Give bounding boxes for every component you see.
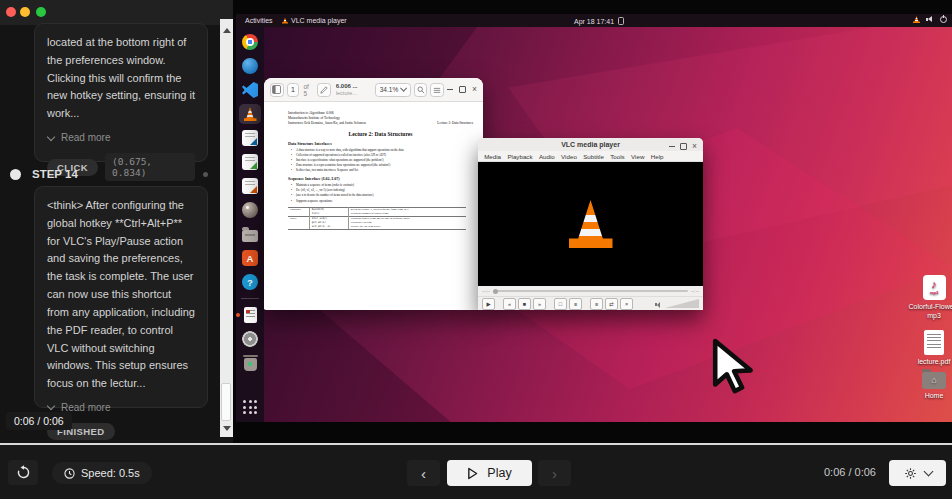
vlc-cone-icon [244, 107, 257, 121]
annotate-button[interactable] [317, 83, 331, 97]
close-icon[interactable]: × [472, 85, 477, 94]
document-viewer-icon [244, 307, 257, 323]
sidebar-icon [272, 85, 281, 94]
menu-playback[interactable]: Playback [504, 153, 535, 160]
dock-icon-gimp[interactable] [239, 200, 261, 220]
replay-app: located at the bottom right of the prefe… [0, 0, 952, 499]
dock-icon-thunderbird[interactable] [239, 56, 261, 76]
scrollbar-thumb[interactable] [221, 383, 231, 421]
play-button[interactable]: ▶ [482, 298, 495, 310]
thunderbird-icon [242, 58, 258, 74]
stop-button[interactable]: ■ [518, 298, 531, 310]
read-more-toggle[interactable]: Read more [47, 132, 195, 143]
dock-icon-trash[interactable] [239, 353, 261, 373]
loop-button[interactable]: ⇄ [605, 298, 618, 310]
pdf-viewer-window[interactable]: 1 of 5 6.006 ... lecture... 34.1% [264, 78, 483, 310]
vlc-controls: ▶ « ■ » □ ≡ ≡ ⇄ × [478, 296, 703, 310]
dock-icon-document-viewer[interactable] [239, 305, 261, 325]
menu-media[interactable]: Media [481, 153, 504, 160]
step-label: STEP 14 [32, 168, 78, 180]
settings-button[interactable] [889, 460, 946, 486]
fullscreen-button[interactable]: □ [554, 298, 567, 310]
vscode-icon [242, 82, 258, 98]
minimize-icon[interactable] [669, 146, 675, 147]
random-button[interactable]: × [620, 298, 633, 310]
step-card-text: <think> After configuring the global hot… [47, 197, 195, 393]
scroll-down-arrow-icon[interactable] [223, 426, 231, 431]
gnome-topbar: Activities VLC media player Apr 18 17:41 [236, 14, 952, 27]
dock-icon-disc[interactable] [239, 329, 261, 349]
next-step-button[interactable]: › [538, 460, 571, 486]
doc-header-right: Lecture 2: Data Structures [437, 121, 473, 126]
previous-step-button[interactable]: ‹ [407, 460, 440, 486]
writer-icon [242, 130, 258, 146]
menu-button[interactable] [430, 83, 444, 97]
dock-icon-ubuntu-software[interactable]: A [239, 248, 261, 268]
play-button[interactable]: Play [447, 460, 532, 486]
impress-icon [242, 178, 258, 194]
vlc-seek-row: --:-- --:-- [478, 286, 703, 296]
gimp-icon [242, 202, 258, 218]
show-applications-button[interactable] [243, 400, 257, 414]
sidebar-toggle-button[interactable] [270, 83, 284, 97]
menu-tools[interactable]: Tools [607, 153, 628, 160]
playlist-button[interactable]: ≡ [590, 298, 603, 310]
menu-view[interactable]: View [628, 153, 648, 160]
desktop-icon-mp3[interactable]: ♪ mp3 Colorful-Flowers mp3 [902, 275, 952, 320]
dock-icon-vlc[interactable] [239, 104, 261, 124]
seek-slider[interactable] [493, 290, 688, 292]
clock-menu[interactable]: Apr 18 17:41 [574, 17, 624, 25]
dock-icon-chrome[interactable] [239, 32, 261, 52]
volume-control[interactable] [655, 299, 699, 309]
dock-icon-help[interactable]: ? [239, 272, 261, 292]
desktop-icon-home[interactable]: ⌂ Home [902, 372, 952, 400]
menu-video[interactable]: Video [558, 153, 580, 160]
next-button[interactable]: » [533, 298, 546, 310]
steps-sidebar: located at the bottom right of the prefe… [0, 0, 233, 443]
maximize-icon[interactable] [459, 86, 466, 93]
doc-title: Lecture 2: Data Structures [288, 131, 473, 137]
help-icon: ? [242, 274, 258, 290]
page-number-field[interactable]: 1 [287, 83, 300, 97]
focused-app-indicator[interactable]: VLC media player [282, 17, 347, 24]
previous-button[interactable]: « [503, 298, 516, 310]
ubuntu-desktop: Activities VLC media player Apr 18 17:41 [236, 14, 952, 422]
maximize-traffic-light[interactable] [36, 7, 46, 17]
menu-subtitle[interactable]: Subtitle [580, 153, 607, 160]
vlc-window[interactable]: VLC media player × Media Playback Audio … [478, 138, 703, 310]
window-titlebar [0, 0, 233, 25]
close-traffic-light[interactable] [6, 7, 16, 17]
dock-icon-vscode[interactable] [239, 80, 261, 100]
dock-icon-libreoffice-impress[interactable] [239, 176, 261, 196]
desktop-icon-lecture-pdf[interactable]: lecture.pdf [902, 330, 952, 366]
zoom-dropdown[interactable]: 34.1% [375, 83, 411, 97]
doc-section-heading: Sequence Interface (L02, L07) [288, 176, 473, 181]
vlc-titlebar[interactable]: VLC media player × [478, 138, 703, 151]
dock-icon-files[interactable] [239, 224, 261, 244]
play-icon [467, 467, 478, 480]
doc-operations-table: Container build(X) given an iterable X, … [288, 207, 466, 230]
activities-button[interactable]: Activities [245, 17, 273, 24]
close-icon[interactable]: × [692, 142, 697, 151]
minimize-icon[interactable] [447, 89, 453, 90]
restart-button[interactable] [8, 460, 38, 485]
system-tray[interactable] [913, 16, 947, 23]
sidebar-scrollbar[interactable] [220, 19, 233, 437]
search-button[interactable] [414, 83, 428, 97]
step-card-previous: located at the bottom right of the prefe… [34, 23, 208, 162]
playback-time: 0:06 / 0:06 [824, 466, 876, 478]
recording-viewport: Activities VLC media player Apr 18 17:41 [233, 0, 952, 443]
ubuntu-software-icon: A [242, 250, 258, 266]
volume-slider[interactable] [665, 299, 699, 308]
dock-icon-libreoffice-calc[interactable] [239, 152, 261, 172]
maximize-icon[interactable] [680, 143, 687, 150]
scroll-up-arrow-icon[interactable] [223, 28, 231, 33]
menu-help[interactable]: Help [648, 153, 667, 160]
chevron-right-icon: › [552, 465, 557, 482]
dock-icon-libreoffice-writer[interactable] [239, 128, 261, 148]
pdf-page: Introduction to Algorithms: 6.006 Massac… [264, 102, 483, 309]
extended-settings-button[interactable]: ≡ [569, 298, 582, 310]
menu-audio[interactable]: Audio [536, 153, 558, 160]
speed-button[interactable]: Speed: 0.5s [52, 462, 152, 484]
minimize-traffic-light[interactable] [20, 7, 30, 17]
